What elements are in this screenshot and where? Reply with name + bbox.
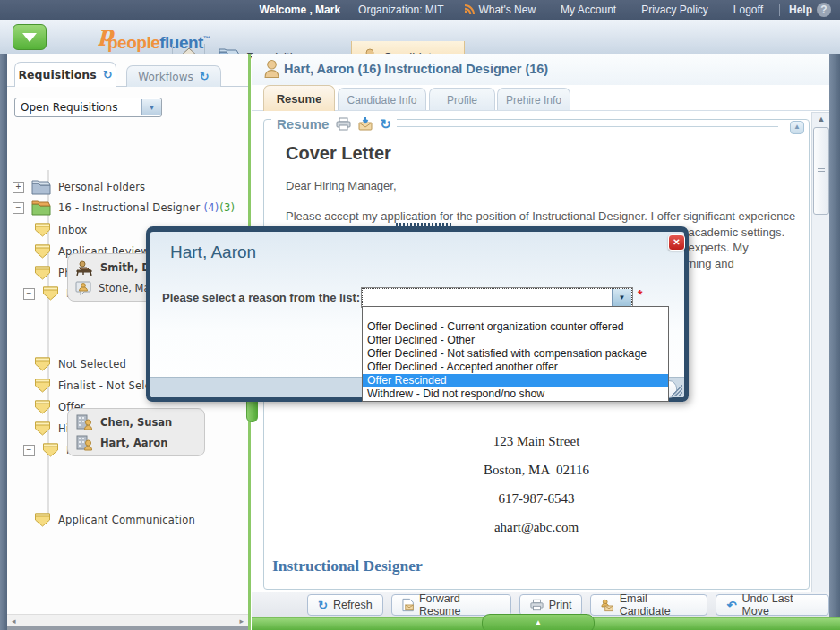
logoff-link[interactable]: Logoff <box>733 4 763 16</box>
forward-resume-icon <box>402 598 414 612</box>
cover-letter-salutation: Dear Hiring Manager, <box>286 179 397 192</box>
collapse-header-button[interactable] <box>13 24 47 50</box>
active-count-badge: (3) <box>219 201 235 214</box>
tree-item-requisition-folder[interactable]: − 16 - Instructional Designer (4) (3) <box>13 198 235 217</box>
top-utility-bar: Welcome , Mark Organization: MIT What's … <box>0 0 840 20</box>
stage-folder-icon <box>42 286 59 301</box>
collapse-icon[interactable]: − <box>23 288 35 300</box>
reason-option[interactable]: Offer Declined - Current organization co… <box>363 320 668 334</box>
main-nav-bar: p peoplefluent™ Requisitions ▾ <box>0 20 840 55</box>
tree-item-personal-folders[interactable]: + Personal Folders <box>13 177 145 197</box>
help-link[interactable]: Help ? <box>789 3 831 17</box>
sidebar-tab-workflows[interactable]: Workflows ↻ <box>126 65 221 87</box>
folder-green-icon <box>31 200 51 216</box>
resume-section-heading: Instructional Designer <box>272 557 423 575</box>
tree-stage-inbox[interactable]: Inbox <box>34 220 87 240</box>
folder-silver-icon <box>31 180 51 195</box>
tree-stage-applicant-communication[interactable]: Applicant Communication <box>34 510 195 530</box>
reason-option-list: Offer Declined - Current organization co… <box>362 306 669 402</box>
scroll-right-icon[interactable]: ▸ <box>235 617 248 626</box>
privacy-policy-link[interactable]: Privacy Policy <box>641 4 708 16</box>
reason-option[interactable]: Offer Declined - Accepted another offer <box>363 361 668 374</box>
refresh-button[interactable]: ↻ Refresh <box>307 594 383 616</box>
print-button[interactable]: Print <box>519 594 583 616</box>
not-hired-candidates-panel: Chen, Susan Hart, Aaron <box>67 408 205 456</box>
refresh-icon[interactable]: ↻ <box>380 117 391 131</box>
tree-stage-not-selected[interactable]: Not Selected <box>34 354 126 374</box>
stage-folder-icon <box>34 244 51 259</box>
requisition-filter-select[interactable]: Open Requisitions ▾ <box>14 98 162 117</box>
stage-folder-icon <box>42 443 59 457</box>
refresh-icon[interactable]: ↻ <box>103 69 113 81</box>
cover-letter-heading: Cover Letter <box>286 143 391 164</box>
reason-select[interactable]: ▼ <box>362 288 632 307</box>
select-arrow-icon: ▼ <box>612 289 631 306</box>
forward-resume-button[interactable]: Forward Resume <box>391 594 511 616</box>
email-candidate-icon <box>601 599 613 612</box>
candidate-row-hart[interactable]: Hart, Aaron <box>75 433 167 453</box>
organization-text: Organization: MIT <box>358 4 443 16</box>
tab-profile[interactable]: Profile <box>429 88 495 111</box>
scroll-left-icon[interactable]: ◂ <box>7 617 21 626</box>
select-arrow-icon: ▾ <box>141 99 161 115</box>
window-right-edge <box>829 54 840 630</box>
stage-folder-icon <box>34 357 51 371</box>
stage-folder-icon <box>34 379 51 393</box>
sidebar-bottom-strip <box>7 626 248 630</box>
candidate-person-icon <box>264 59 279 79</box>
scroll-up-icon[interactable]: ▲ <box>812 115 830 123</box>
tab-candidate-info[interactable]: Candidate Info <box>338 88 426 111</box>
reason-select-value <box>363 289 612 306</box>
reason-option[interactable] <box>363 307 668 320</box>
whats-new-link[interactable]: What's New <box>465 4 536 16</box>
candidate-building-icon <box>75 414 93 430</box>
welcome-text: Welcome , Mark <box>260 4 340 16</box>
topbar-separator <box>779 4 780 16</box>
stage-folder-icon <box>34 223 51 237</box>
expand-icon[interactable]: + <box>13 182 24 193</box>
reason-option[interactable]: Withdrew - Did not respond/no show <box>363 387 668 401</box>
undo-icon: ↶ <box>726 600 736 611</box>
refresh-icon[interactable]: ↻ <box>200 71 210 82</box>
candidate-desk-icon <box>75 260 93 276</box>
expand-footer-handle[interactable]: ▲ <box>482 614 595 630</box>
resume-panel-title: Resume <box>277 116 329 132</box>
stage-folder-icon <box>34 513 51 527</box>
scrollbar-thumb[interactable] <box>813 127 829 215</box>
dialog-drag-handle[interactable] <box>396 223 453 226</box>
reason-option[interactable]: Offer Declined - Not satisfied with comp… <box>363 347 668 361</box>
resume-phone-line: 617-987-6543 <box>264 491 809 507</box>
sidebar-tab-requisitions[interactable]: Requisitions ↻ <box>14 62 116 87</box>
reason-select-label: Please select a reason from the list: <box>162 291 360 304</box>
candidate-building-icon <box>75 435 93 451</box>
my-account-link[interactable]: My Account <box>561 4 616 16</box>
email-candidate-button[interactable]: Email Candidate <box>590 594 707 616</box>
reason-option[interactable]: Offer Declined - Other <box>363 334 668 347</box>
green-down-arrow-icon <box>22 33 37 42</box>
rss-icon <box>465 4 475 14</box>
undo-last-move-button[interactable]: ↶ Undo Last Move <box>716 594 829 616</box>
print-icon <box>530 599 544 611</box>
resume-email-line: ahart@abc.com <box>264 520 809 535</box>
resume-panel-legend: Resume ↻ <box>271 116 397 132</box>
reason-dialog: Hart, Aaron ✕ Please select a reason fro… <box>146 226 689 402</box>
required-marker: * <box>638 287 642 302</box>
sidebar-horizontal-scrollbar[interactable]: ◂ ▸ <box>7 614 248 627</box>
resume-address-line: 123 Main Street <box>264 434 809 449</box>
resume-vertical-scrollbar[interactable]: ▲ ▼ <box>811 112 831 630</box>
refresh-icon: ↻ <box>318 600 328 611</box>
collapse-panel-icon[interactable]: ▲ <box>790 121 804 134</box>
tab-prehire-info[interactable]: Prehire Info <box>497 88 570 111</box>
window-left-edge <box>0 54 7 630</box>
candidate-row-chen[interactable]: Chen, Susan <box>75 413 172 432</box>
collapse-icon[interactable]: − <box>13 202 24 214</box>
print-icon[interactable] <box>336 117 351 131</box>
thumb-grip <box>818 166 825 173</box>
dialog-resize-grip[interactable] <box>672 385 682 396</box>
collapse-icon[interactable]: − <box>23 445 35 456</box>
download-resume-icon[interactable] <box>358 117 373 131</box>
reason-option-highlighted[interactable]: Offer Rescinded <box>363 374 668 387</box>
tab-resume[interactable]: Resume <box>263 85 335 111</box>
close-icon[interactable]: ✕ <box>668 234 685 251</box>
stage-folder-icon <box>34 421 51 436</box>
